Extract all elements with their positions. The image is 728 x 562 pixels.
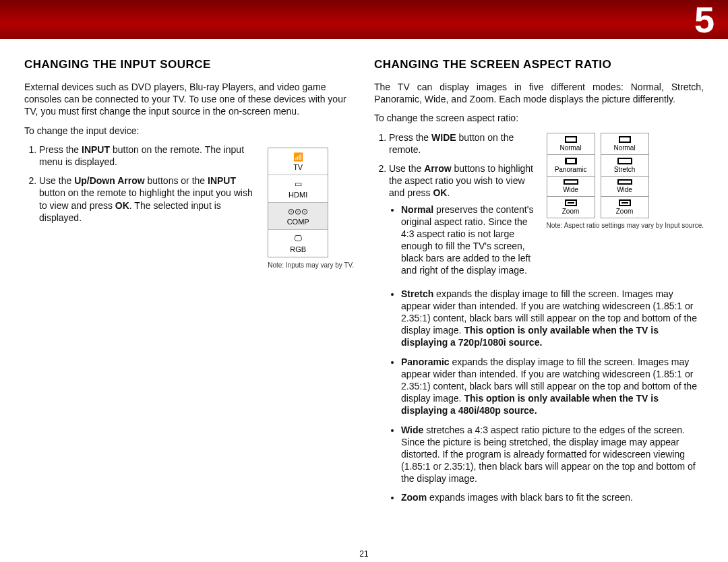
input-row-comp: ⊙⊙⊙COMP [268, 203, 328, 230]
input-row-hdmi: ▭HDMI [268, 175, 328, 203]
input-menu-figure: 📶TV ▭HDMI ⊙⊙⊙COMP 🖵RGB Note: Inputs may … [268, 144, 354, 270]
left-column: CHANGING THE INPUT SOURCE External devic… [24, 58, 354, 511]
aspect-a-zoom: Zoom [547, 196, 595, 218]
aspect-a-panoramic: Panoramic [547, 154, 595, 177]
right-intro: The TV can display images in five differ… [374, 81, 704, 105]
left-step-1: Press the INPUT button on the remote. Th… [39, 144, 260, 168]
mode-normal: Normal preserves the content's original … [401, 204, 537, 277]
chapter-header: 5 [0, 0, 728, 39]
chapter-number: 5 [694, 0, 715, 39]
input-row-tv: 📶TV [268, 148, 328, 176]
aspect-b-zoom: Zoom [601, 196, 649, 218]
left-intro: External devices such as DVD players, Bl… [24, 81, 354, 118]
aspect-a-wide: Wide [547, 176, 595, 197]
page-content: CHANGING THE INPUT SOURCE External devic… [0, 39, 728, 518]
aspect-mode-list-continued: Stretch expands the display image to fil… [374, 288, 704, 504]
mode-zoom: Zoom expands images with black bars to f… [401, 491, 704, 503]
aspect-b-normal: Normal [601, 133, 649, 155]
left-heading: CHANGING THE INPUT SOURCE [24, 58, 354, 71]
left-step-2: Use the Up/Down Arrow buttons or the INP… [39, 175, 260, 224]
input-row-rgb: 🖵RGB [268, 230, 328, 257]
monitor-icon: 🖵 [271, 234, 325, 243]
right-steps: Press the WIDE button on the remote. Use… [374, 131, 537, 277]
mode-stretch: Stretch expands the display image to fil… [401, 288, 704, 349]
right-note: Note: Aspect ratio settings may vary by … [547, 222, 704, 230]
right-lead: To change the screen aspect ratio: [374, 112, 704, 124]
antenna-icon: 📶 [271, 152, 325, 162]
mode-wide: Wide stretches a 4:3 aspect ratio pictur… [401, 424, 704, 485]
left-note: Note: Inputs may vary by TV. [268, 261, 354, 270]
hdmi-icon: ▭ [271, 179, 325, 189]
left-lead: To change the input device: [24, 125, 354, 137]
aspect-table-a: Normal Panoramic Wide Zoom [547, 133, 595, 218]
aspect-b-stretch: Stretch [601, 154, 649, 177]
mode-panoramic: Panoramic expands the display image to f… [401, 356, 704, 417]
aspect-mode-list: Normal preserves the content's original … [389, 204, 537, 277]
aspect-a-normal: Normal [547, 133, 595, 155]
right-column: CHANGING THE SCREEN ASPECT RATIO The TV … [374, 58, 704, 511]
aspect-table-b: Normal Stretch Wide Zoom [601, 133, 649, 218]
aspect-b-wide: Wide [601, 176, 649, 197]
right-step-1: Press the WIDE button on the remote. [389, 131, 537, 156]
input-menu: 📶TV ▭HDMI ⊙⊙⊙COMP 🖵RGB [268, 148, 328, 257]
right-step-2: Use the Arrow buttons to highlight the a… [389, 162, 537, 277]
left-steps: Press the INPUT button on the remote. Th… [24, 144, 260, 224]
right-heading: CHANGING THE SCREEN ASPECT RATIO [374, 58, 704, 71]
aspect-figure: Normal Panoramic Wide Zoom Normal Stretc… [547, 131, 704, 284]
page-number: 21 [0, 549, 728, 559]
component-icon: ⊙⊙⊙ [271, 207, 325, 216]
